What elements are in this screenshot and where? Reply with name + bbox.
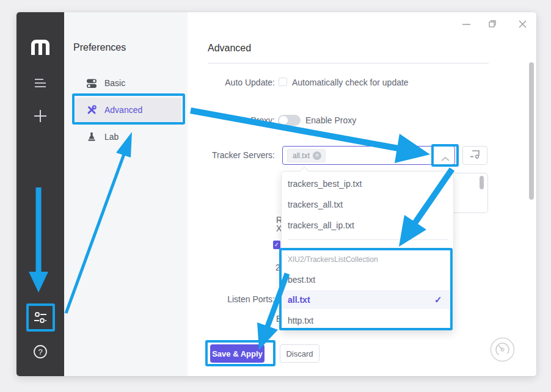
dropdown-option[interactable]: trackers_all.txt — [288, 200, 447, 209]
heading-divider — [208, 63, 489, 64]
speed-limit-button[interactable] — [490, 337, 515, 365]
proxy-toggle[interactable] — [278, 115, 301, 126]
dropdown-option[interactable]: trackers_best_ip.txt — [288, 179, 447, 189]
proxy-toggle-label: Enable Proxy — [305, 115, 356, 125]
dropdown-option[interactable]: trackers_all_ip.txt — [288, 220, 447, 230]
auto-update-checkbox[interactable] — [279, 78, 287, 86]
motrix-logo — [16, 38, 64, 56]
stamp-icon — [86, 132, 98, 142]
maximize-button[interactable] — [483, 17, 502, 31]
app-sidebar: ? — [16, 12, 64, 376]
scrollbar-thumb[interactable] — [529, 62, 534, 200]
tracker-servers-dropdown: trackers_best_ip.txt trackers_all.txt tr… — [281, 171, 454, 330]
sync-trackers-icon — [469, 149, 481, 162]
textarea-scrollbar-thumb[interactable] — [480, 176, 484, 189]
advanced-settings-page: Advanced Auto Update: Automatically chec… — [188, 12, 536, 376]
clipped-text: 2 — [276, 263, 280, 272]
sync-trackers-button[interactable] — [462, 146, 487, 165]
proxy-label: Proxy: — [188, 115, 275, 125]
selected-tracker-tag: all.txt × — [287, 149, 326, 162]
dropdown-group-divider — [288, 239, 448, 240]
clipped-checkbox-checked: ✓ — [273, 241, 280, 249]
auto-update-label: Auto Update: — [188, 78, 275, 87]
dropdown-group-label: XIU2/TrackersListCollection — [288, 255, 378, 264]
menu-item-advanced[interactable]: Advanced — [75, 98, 181, 122]
svg-text:?: ? — [38, 347, 42, 357]
menu-item-label: Lab — [104, 132, 119, 142]
motrix-preferences-window: ? Preferences Basic — [16, 12, 536, 376]
tracker-servers-select[interactable]: all.txt × — [282, 146, 455, 165]
selected-tracker-tag-label: all.txt — [293, 151, 310, 160]
tracker-servers-label: Tracker Servers: — [188, 150, 275, 160]
speedometer-icon — [490, 337, 515, 362]
check-icon: ✓ — [434, 294, 442, 305]
menu-item-label: Basic — [104, 78, 125, 88]
preferences-panel: Preferences Basic Advanced — [64, 12, 188, 376]
dropdown-option[interactable]: http.txt — [288, 316, 447, 325]
menu-item-lab[interactable]: Lab — [75, 125, 181, 149]
add-task-icon[interactable] — [16, 109, 64, 123]
save-apply-button[interactable]: Save & Apply — [210, 344, 265, 363]
listen-ports-label: Listen Ports: — [188, 294, 275, 304]
tag-close-icon[interactable]: × — [313, 151, 321, 160]
tools-icon — [86, 104, 98, 115]
preferences-title: Preferences — [73, 42, 126, 53]
minimize-button[interactable] — [457, 17, 475, 31]
menu-item-label: Advanced — [104, 105, 142, 115]
auto-update-checkbox-label: Automatically check for update — [292, 78, 409, 87]
page-title: Advanced — [208, 43, 251, 54]
help-icon[interactable]: ? — [16, 344, 64, 359]
chevron-up-icon[interactable] — [440, 153, 450, 164]
settings-sliders-icon[interactable] — [16, 310, 64, 325]
dropdown-option-selected[interactable]: all.txt — [288, 295, 447, 305]
toggles-icon — [86, 78, 98, 89]
menu-item-basic[interactable]: Basic — [75, 71, 181, 95]
task-list-icon[interactable] — [16, 77, 64, 89]
dropdown-option[interactable]: best.txt — [288, 275, 447, 285]
close-button[interactable] — [513, 17, 531, 31]
dropdown-notch — [300, 167, 308, 175]
discard-button[interactable]: Discard — [280, 344, 319, 363]
